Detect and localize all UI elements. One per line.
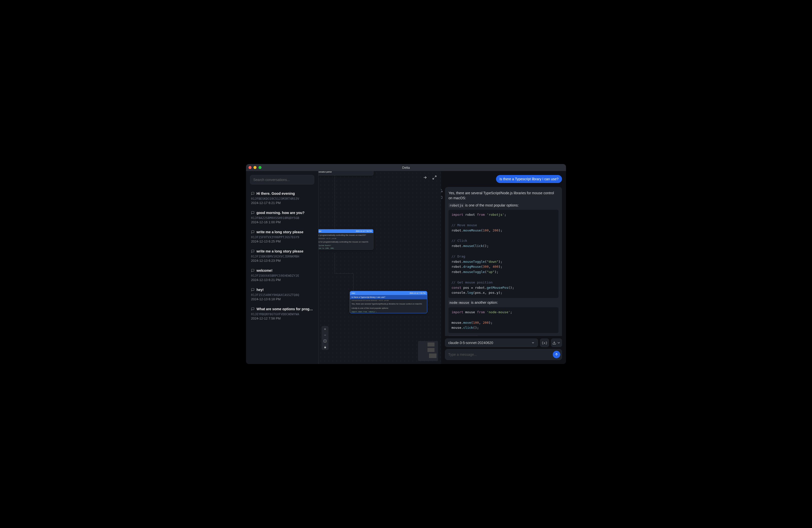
svg-rect-1 xyxy=(324,347,326,348)
send-button[interactable] xyxy=(553,351,560,358)
svg-rect-0 xyxy=(324,340,326,342)
node-user-text: or programmatically controlling the mous… xyxy=(319,233,373,237)
assistant-actions xyxy=(441,189,443,199)
assistant-message: Yes, there are several TypeScript/Node.j… xyxy=(445,187,562,336)
conversation-item[interactable]: good morning. how are you? 01JF8A22S8M0X… xyxy=(247,208,317,227)
graph-canvas[interactable]: nversation partner User 2024-12-12 7:58 … xyxy=(319,171,441,364)
conversation-title: Hi there. Good evening xyxy=(257,191,295,195)
chat-footer: claude-3-5-sonnet-20240620 {x} xyxy=(441,336,566,364)
node-code-line: import robot from 'robotjs'; xyxy=(350,310,427,313)
model-row: claude-3-5-sonnet-20240620 {x} xyxy=(445,338,562,347)
conversation-title: What are some options for progra… xyxy=(257,307,313,311)
lock-button[interactable] xyxy=(321,344,329,350)
fit-view-button[interactable] xyxy=(321,338,329,344)
conversation-list[interactable]: Hi there. Good evening 01JFBESKDCG9C51J3… xyxy=(246,189,318,364)
message-icon xyxy=(251,307,255,311)
chat-scroll[interactable]: Is there a Typescript library I can use? xyxy=(441,171,566,336)
assistant-text: robotjs is one of the most popular optio… xyxy=(449,203,559,208)
chevron-down-icon xyxy=(531,341,535,344)
node-role: User xyxy=(351,292,355,294)
window-title: Delta xyxy=(402,166,410,170)
node-reply: robotjs is one of the most popular optio… xyxy=(350,306,427,310)
conversation-date: 2024-12-12 7:58 PM xyxy=(251,317,313,320)
message-input[interactable] xyxy=(448,352,553,356)
sidebar: Hi there. Good evening 01JFBESKDCG9C51J3… xyxy=(246,171,319,364)
message-icon xyxy=(251,249,255,253)
canvas-node[interactable]: nversation partner xyxy=(319,171,374,176)
canvas-toolbar xyxy=(421,174,438,181)
download-icon xyxy=(552,341,556,345)
conversation-date: 2024-12-13 6:18 PM xyxy=(251,297,313,301)
conversation-item[interactable]: welcome! 01JF156VX45BRPCS9EHEWDZY2E 2024… xyxy=(247,265,317,285)
copy-icon[interactable] xyxy=(441,194,443,199)
canvas-node[interactable]: User 2024-12-12 7:58 PM or programmatica… xyxy=(319,229,374,250)
conversation-title: good morning. how are you? xyxy=(257,211,304,215)
node-timestamp: 2024-12-12 7:59 PM xyxy=(409,292,425,294)
assistant-text: node-mouse is another option: xyxy=(449,300,559,305)
arrow-right-icon[interactable] xyxy=(421,174,429,181)
conversation-date: 2024-12-13 6:25 PM xyxy=(251,239,313,243)
message-icon xyxy=(251,192,255,195)
maximize-window-button[interactable] xyxy=(259,166,261,169)
inline-code: node-mouse xyxy=(449,300,470,305)
assistant-text: active-win-pos can be used for screen/wi… xyxy=(449,335,559,336)
node-code-line: tion to {100, 200} xyxy=(319,247,373,249)
conversation-item[interactable]: write me a long story please 01JF15BKXBM… xyxy=(247,246,317,265)
conversation-id: 01JF15BKXBMV102XVCJDRNKMBH xyxy=(251,255,313,258)
minimap[interactable] xyxy=(418,341,438,361)
svg-rect-2 xyxy=(441,196,442,199)
user-message: Is there a Typescript library I can use? xyxy=(496,175,562,183)
message-icon xyxy=(251,288,255,292)
conversation-id: 01JF8A22S8M0XSSH918RQDY5GB xyxy=(251,216,313,220)
download-button[interactable] xyxy=(551,338,562,347)
message-input-row xyxy=(445,349,562,360)
canvas-node-selected[interactable]: User 2024-12-12 7:59 PM Is there a Types… xyxy=(350,291,427,313)
conversation-item[interactable]: hey! 01JF151540KY9HQAXCASSZTQ8Q 2024-12-… xyxy=(247,285,317,304)
zoom-in-button[interactable]: + xyxy=(321,326,329,332)
message-row-assistant: Yes, there are several TypeScript/Node.j… xyxy=(445,187,562,336)
conversation-title: write me a long story please xyxy=(257,230,304,234)
message-icon xyxy=(251,269,255,272)
node-meta: anthropic/claude-3-5-sonnet-20241022 · t… xyxy=(350,299,427,302)
search-container xyxy=(246,171,318,189)
traffic-lights xyxy=(248,166,261,169)
inline-code: robotjs xyxy=(449,203,464,207)
code-block: import mouse from 'node-mouse'; mouse.mo… xyxy=(449,307,559,333)
close-window-button[interactable] xyxy=(248,166,251,169)
conversation-item[interactable]: write me a long story please 01JF15F0TVX… xyxy=(247,227,317,246)
inline-code: active-win-pos xyxy=(449,336,478,336)
app-window: Delta Hi there. Good evening 01JFBESKDCG… xyxy=(246,164,566,364)
minimize-window-button[interactable] xyxy=(253,166,257,169)
node-fragment: nversation partner xyxy=(319,171,332,173)
node-reply: Yes, there are several TypeScript/Node.j… xyxy=(350,302,427,306)
conversation-title: write me a long story please xyxy=(257,249,304,253)
conversation-id: 01JF151540KY9HQAXCASSZTQ8Q xyxy=(251,293,313,297)
model-select[interactable]: claude-3-5-sonnet-20240620 xyxy=(445,338,538,347)
node-timestamp: 2024-12-12 7:58 PM xyxy=(356,230,372,232)
message-icon xyxy=(251,230,255,234)
conversation-title: hey! xyxy=(257,288,264,292)
conversation-item[interactable]: What are some options for progra… 01JEYR… xyxy=(247,304,317,323)
node-code-line: "System Events" xyxy=(319,244,373,247)
conversation-id: 01JF156VX45BRPCS9EHEWDZY2E xyxy=(251,274,313,278)
code-block: import robot from 'robotjs'; // Move mou… xyxy=(449,210,559,298)
conversation-item[interactable]: Hi there. Good evening 01JFBESKDCG9C51J3… xyxy=(247,189,317,208)
node-user-text: Is there a Typescript library I can use? xyxy=(350,295,427,299)
edge-paths xyxy=(319,171,441,364)
chat-panel: Is there a Typescript library I can use? xyxy=(441,171,566,364)
variables-button[interactable]: {x} xyxy=(540,338,549,347)
conversation-id: 01JFBESKDCG9C51J3M3RT4RS3V xyxy=(251,197,313,201)
expand-icon[interactable] xyxy=(431,174,438,181)
search-input[interactable] xyxy=(250,175,314,185)
conversation-id: 01JF15F0TVX3Y06PPTJGS7EGY9 xyxy=(251,235,313,239)
node-reply: ns for programmatically controlling the … xyxy=(319,240,373,244)
conversation-date: 2024-12-13 6:21 PM xyxy=(251,278,313,282)
conversation-date: 2024-12-16 1:00 PM xyxy=(251,220,313,224)
conversation-title: welcome! xyxy=(257,268,273,273)
message-icon xyxy=(251,211,255,215)
assistant-text: Yes, there are several TypeScript/Node.j… xyxy=(449,191,559,201)
regenerate-icon[interactable] xyxy=(441,189,443,193)
conversation-date: 2024-12-13 6:23 PM xyxy=(251,259,313,263)
app-body: Hi there. Good evening 01JFBESKDCG9C51J3… xyxy=(246,171,566,364)
zoom-out-button[interactable]: − xyxy=(321,332,329,338)
